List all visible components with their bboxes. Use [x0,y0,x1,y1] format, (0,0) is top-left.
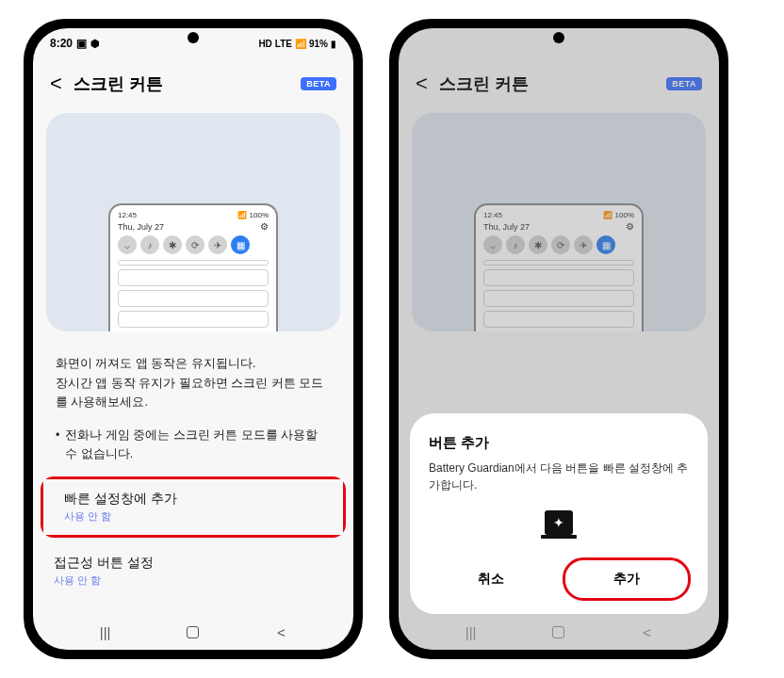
dialog-title: 버튼 추가 [429,434,689,452]
sound-icon: ♪ [506,235,525,254]
preview-battery: 📶 100% [603,211,634,219]
app-header: < 스크린 커튼 BETA [33,58,353,105]
battery-icon: ▮ [331,39,336,49]
description-bullet: • 전화나 게임 중에는 스크린 커튼 모드를 사용할 수 없습니다. [33,422,353,476]
add-button-dialog: 버튼 추가 Battery Guardian에서 다음 버튼을 빠른 설정창에 … [410,413,708,614]
dialog-body: Battery Guardian에서 다음 버튼을 빠른 설정창에 추가합니다. [429,460,689,493]
rotate-icon: ⟳ [551,235,570,254]
curtain-toggle-icon: ▦ [231,235,250,254]
nav-bar: ||| < [33,614,353,650]
preview-date: Thu, July 27 [483,222,530,232]
description-text: 화면이 꺼져도 앱 동작은 유지됩니다. 장시간 앱 동작 유지가 필요하면 스… [33,339,353,422]
page-title: 스크린 커튼 [439,73,655,95]
airplane-icon: ✈ [208,235,227,254]
a11y-title: 접근성 버튼 설정 [54,555,333,572]
status-time: 8:20 [50,37,73,50]
rotate-icon: ⟳ [186,235,204,254]
bluetooth-icon: ✱ [529,235,547,254]
curtain-tile-icon: ✦ [545,510,573,535]
preview-time: 12:45 [483,211,502,219]
preview-battery: 📶 100% [237,211,269,219]
nav-home[interactable] [174,626,212,638]
nav-bar: ||| < [399,614,719,650]
preview-card: 12:45 📶 100% Thu, July 27 ⚙ ⌵ ♪ ✱ ⟳ ✈ ▦ [46,113,340,331]
airplane-icon: ✈ [574,235,593,254]
nav-back[interactable]: < [628,624,665,640]
lte-indicator: LTE [275,39,292,49]
wifi-icon: ⌵ [118,235,137,254]
sound-icon: ♪ [140,235,159,254]
screen: < 스크린 커튼 BETA 12:45 📶 100% Thu, July 27 … [399,28,719,650]
signal-icon: 📶 [295,39,306,49]
hd-indicator: HD [258,39,271,49]
app-header: < 스크린 커튼 BETA [399,58,719,105]
preview-phone-mock: 12:45 📶 100% Thu, July 27 ⚙ ⌵ ♪ ✱ ⟳ ✈ ▦ [108,203,278,331]
preview-date: Thu, July 27 [118,222,164,232]
phone-left: 8:20 ▣ ⬢ HD LTE 📶 91% ▮ < 스크린 커튼 BETA 12… [24,19,363,659]
phone-right: < 스크린 커튼 BETA 12:45 📶 100% Thu, July 27 … [389,19,728,659]
dialog-icon-wrap: ✦ [429,510,689,535]
curtain-toggle-icon: ▦ [596,235,615,254]
highlight-quick-add: 빠른 설정창에 추가 사용 안 함 [41,476,346,538]
preview-card: 12:45 📶 100% Thu, July 27 ⚙ ⌵ ♪ ✱ ⟳ ✈ ▦ [412,113,706,331]
page-title: 스크린 커튼 [74,73,289,95]
gear-icon: ⚙ [626,221,634,232]
quick-add-subtitle: 사용 안 함 [64,509,322,524]
cancel-button[interactable]: 취소 [429,559,553,599]
nav-home[interactable] [540,626,578,638]
bluetooth-icon: ✱ [163,235,182,254]
nav-recents[interactable]: ||| [452,624,490,640]
camera-hole [188,32,199,43]
battery-pct: 91% [309,39,328,49]
wifi-icon: ⌵ [483,235,502,254]
a11y-setting-row[interactable]: 접근성 버튼 설정 사용 안 함 [33,543,353,599]
nav-back[interactable]: < [262,624,300,640]
quick-add-setting-row[interactable]: 빠른 설정창에 추가 사용 안 함 [43,479,343,535]
beta-badge: BETA [301,77,336,90]
back-button[interactable]: < [50,72,62,96]
preview-phone-mock: 12:45 📶 100% Thu, July 27 ⚙ ⌵ ♪ ✱ ⟳ ✈ ▦ [474,203,644,331]
image-icon: ▣ [76,37,87,50]
bullet-icon: • [56,426,59,463]
preview-quick-toggles: ⌵ ♪ ✱ ⟳ ✈ ▦ [118,235,269,254]
shield-icon: ⬢ [90,38,100,50]
camera-hole [553,32,564,43]
beta-badge: BETA [666,77,702,90]
preview-time: 12:45 [118,211,137,219]
content: 12:45 📶 100% Thu, July 27 ⚙ ⌵ ♪ ✱ ⟳ ✈ ▦ [33,105,353,614]
back-button[interactable]: < [416,72,428,96]
a11y-subtitle: 사용 안 함 [54,573,333,588]
nav-recents[interactable]: ||| [87,624,124,640]
gear-icon: ⚙ [260,221,269,232]
quick-add-title: 빠른 설정창에 추가 [64,491,322,508]
screen: 8:20 ▣ ⬢ HD LTE 📶 91% ▮ < 스크린 커튼 BETA 12… [33,28,353,650]
preview-quick-toggles: ⌵ ♪ ✱ ⟳ ✈ ▦ [483,235,634,254]
add-button[interactable]: 추가 [564,559,689,599]
